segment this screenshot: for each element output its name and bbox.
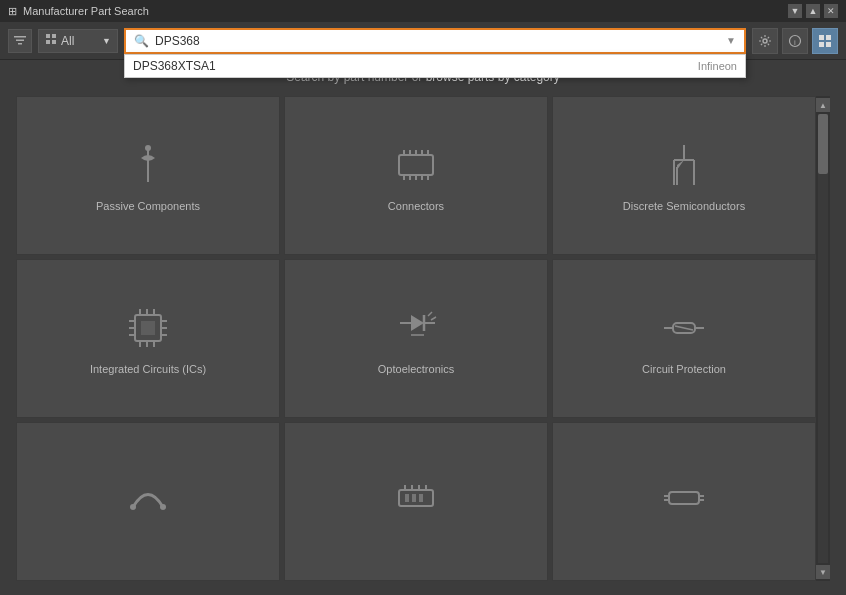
title-bar: ⊞ Manufacturer Part Search ▼ ▲ ✕ xyxy=(0,0,846,22)
category-grid: Passive Components xyxy=(16,96,816,581)
chip2-icon xyxy=(659,472,709,522)
autocomplete-item[interactable]: DPS368XTSA1 Infineon xyxy=(125,55,745,77)
connectors-label: Connectors xyxy=(388,200,444,212)
svg-line-53 xyxy=(431,317,436,320)
scrollbar-thumb[interactable] xyxy=(818,114,828,174)
scroll-down-button[interactable]: ▼ xyxy=(816,565,830,579)
svg-rect-12 xyxy=(819,42,824,47)
svg-rect-4 xyxy=(52,34,56,38)
svg-rect-1 xyxy=(16,39,24,41)
chevron-down-icon: ▼ xyxy=(102,36,111,46)
search-dropdown-icon[interactable]: ▼ xyxy=(726,35,736,46)
autocomplete-dropdown: DPS368XTSA1 Infineon xyxy=(124,54,746,78)
ics-icon xyxy=(123,303,173,353)
connectors-icon xyxy=(391,140,441,190)
passive-icon xyxy=(123,140,173,190)
svg-line-57 xyxy=(675,326,693,330)
autocomplete-brand: Infineon xyxy=(698,60,737,72)
category-passive[interactable]: Passive Components xyxy=(16,96,280,255)
svg-rect-11 xyxy=(826,35,831,40)
category-opto[interactable]: Optoelectronics xyxy=(284,259,548,418)
category-9[interactable] xyxy=(552,422,816,581)
svg-rect-2 xyxy=(18,43,22,45)
title-bar-title: Manufacturer Part Search xyxy=(23,5,149,17)
circuit-protection-label: Circuit Protection xyxy=(642,363,726,375)
category-circuit-protection[interactable]: Circuit Protection xyxy=(552,259,816,418)
category-icon xyxy=(45,33,57,48)
discrete-icon xyxy=(659,140,709,190)
grid-wrapper: Passive Components xyxy=(16,96,830,581)
svg-line-52 xyxy=(428,312,432,316)
category-select[interactable]: All ▼ xyxy=(38,29,118,53)
circuit-protection-icon xyxy=(659,303,709,353)
settings-button[interactable] xyxy=(752,28,778,54)
toolbar: All ▼ 🔍 ▼ DPS368XTSA1 Infineon i xyxy=(0,22,846,60)
svg-text:i: i xyxy=(794,37,796,46)
svg-rect-5 xyxy=(46,40,50,44)
category-8[interactable] xyxy=(284,422,548,581)
scrollbar-track[interactable] xyxy=(818,114,828,563)
svg-rect-68 xyxy=(669,492,699,504)
svg-rect-16 xyxy=(399,155,433,175)
svg-point-58 xyxy=(130,504,136,510)
svg-rect-61 xyxy=(405,494,409,502)
main-content: Search by part number or browse parts by… xyxy=(0,60,846,595)
svg-rect-63 xyxy=(419,494,423,502)
svg-rect-6 xyxy=(52,40,56,44)
search-container: 🔍 ▼ DPS368XTSA1 Infineon xyxy=(124,28,746,54)
svg-marker-47 xyxy=(411,315,424,331)
svg-rect-62 xyxy=(412,494,416,502)
svg-point-7 xyxy=(763,39,767,43)
svg-rect-46 xyxy=(141,321,155,335)
svg-point-15 xyxy=(145,145,151,151)
cable-icon xyxy=(123,472,173,522)
scroll-up-button[interactable]: ▲ xyxy=(816,98,830,112)
svg-rect-10 xyxy=(819,35,824,40)
close-button[interactable]: ✕ xyxy=(824,4,838,18)
maximize-button[interactable]: ▲ xyxy=(806,4,820,18)
passive-label: Passive Components xyxy=(96,200,200,212)
autocomplete-value: DPS368XTSA1 xyxy=(133,59,216,73)
filter-button[interactable] xyxy=(8,29,32,53)
search-icon: 🔍 xyxy=(134,34,149,48)
grid-view-button[interactable] xyxy=(812,28,838,54)
opto-label: Optoelectronics xyxy=(378,363,454,375)
category-connectors[interactable]: Connectors xyxy=(284,96,548,255)
scrollbar[interactable]: ▲ ▼ xyxy=(816,96,830,581)
category-7[interactable] xyxy=(16,422,280,581)
title-bar-icon: ⊞ xyxy=(8,5,17,18)
discrete-label: Discrete Semiconductors xyxy=(623,200,745,212)
category-ics[interactable]: Integrated Circuits (ICs) xyxy=(16,259,280,418)
svg-rect-0 xyxy=(14,36,26,38)
memory-icon xyxy=(391,472,441,522)
info-button[interactable]: i xyxy=(782,28,808,54)
category-select-value: All xyxy=(61,34,74,48)
svg-marker-31 xyxy=(677,160,684,170)
minimize-button[interactable]: ▼ xyxy=(788,4,802,18)
ics-label: Integrated Circuits (ICs) xyxy=(90,363,206,375)
opto-icon xyxy=(391,303,441,353)
svg-rect-3 xyxy=(46,34,50,38)
svg-rect-13 xyxy=(826,42,831,47)
search-box: 🔍 ▼ xyxy=(124,28,746,54)
category-discrete[interactable]: Discrete Semiconductors xyxy=(552,96,816,255)
svg-point-59 xyxy=(160,504,166,510)
search-input[interactable] xyxy=(155,34,720,48)
